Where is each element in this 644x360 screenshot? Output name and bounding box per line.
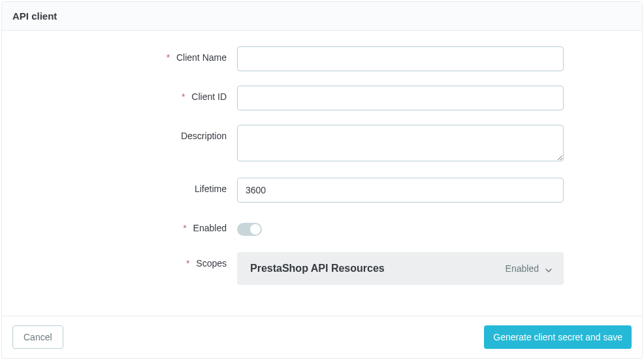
scopes-panel-status: Enabled xyxy=(506,263,539,274)
client-id-input[interactable] xyxy=(237,86,564,110)
row-enabled: * Enabled xyxy=(15,217,629,238)
label-text: Client Name xyxy=(176,52,227,63)
api-client-card: API client * Client Name * Client ID Des… xyxy=(1,1,643,359)
required-mark: * xyxy=(167,52,170,63)
control-wrap xyxy=(237,217,564,238)
card-footer: Cancel Generate client secret and save xyxy=(2,316,642,358)
row-description: Description xyxy=(15,125,629,163)
label-text: Enabled xyxy=(193,223,227,233)
scopes-panel-title: PrestaShop API Resources xyxy=(250,263,385,274)
label-lifetime: Lifetime xyxy=(15,178,237,194)
save-button[interactable]: Generate client secret and save xyxy=(484,325,632,349)
label-client-id: * Client ID xyxy=(15,86,237,102)
control-wrap xyxy=(237,86,564,110)
cancel-button[interactable]: Cancel xyxy=(12,325,63,349)
row-scopes: * Scopes PrestaShop API Resources Enable… xyxy=(15,252,629,285)
card-title: API client xyxy=(12,10,57,22)
label-text: Scopes xyxy=(196,258,227,269)
lifetime-input[interactable] xyxy=(237,178,564,203)
row-client-name: * Client Name xyxy=(15,46,629,71)
label-text: Lifetime xyxy=(195,184,227,194)
description-textarea[interactable] xyxy=(237,125,564,161)
control-wrap xyxy=(237,125,564,163)
client-name-input[interactable] xyxy=(237,46,564,71)
toggle-knob xyxy=(250,224,261,235)
label-enabled: * Enabled xyxy=(15,217,237,233)
required-mark: * xyxy=(183,223,186,233)
row-lifetime: Lifetime xyxy=(15,178,629,203)
card-body: * Client Name * Client ID Description xyxy=(2,31,642,316)
label-description: Description xyxy=(15,125,237,141)
required-mark: * xyxy=(186,258,189,269)
label-client-name: * Client Name xyxy=(15,46,237,63)
required-mark: * xyxy=(182,91,185,102)
card-header: API client xyxy=(2,2,642,31)
label-text: Description xyxy=(181,131,227,141)
scopes-panel[interactable]: PrestaShop API Resources Enabled xyxy=(237,252,564,285)
row-client-id: * Client ID xyxy=(15,86,629,110)
control-wrap xyxy=(237,46,564,71)
label-text: Client ID xyxy=(191,91,227,102)
scopes-panel-right: Enabled xyxy=(506,263,552,274)
label-scopes: * Scopes xyxy=(15,252,237,269)
enabled-toggle[interactable] xyxy=(237,223,262,236)
control-wrap xyxy=(237,178,564,203)
chevron-down-icon xyxy=(545,265,552,272)
